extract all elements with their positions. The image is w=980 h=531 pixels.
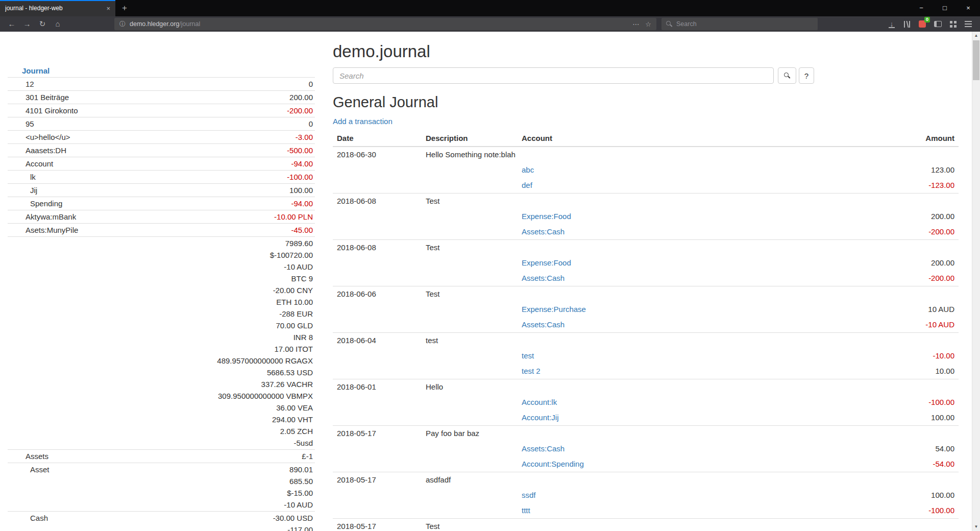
sidebar-account-link[interactable]: 95 bbox=[26, 119, 34, 128]
transaction-date: 2018-06-04 bbox=[333, 333, 422, 349]
add-transaction-link[interactable]: Add a transaction bbox=[333, 117, 393, 126]
sidebar-account-row: <u>hello</u>-3.00 bbox=[8, 131, 315, 144]
account-balance: -117.00 bbox=[138, 524, 313, 531]
posting-account-link[interactable]: Account:lk bbox=[522, 398, 557, 406]
transaction-date: 2018-06-06 bbox=[333, 286, 422, 302]
back-icon[interactable]: ← bbox=[4, 16, 19, 32]
sidebar-account-link[interactable]: Assets bbox=[26, 452, 48, 461]
column-header-description: Description bbox=[422, 131, 518, 147]
account-balance: 36.00 VEA bbox=[138, 402, 313, 414]
sidebar-account-link[interactable]: Jij bbox=[30, 186, 37, 195]
account-balance: 309.950000000000 VBMPX bbox=[138, 390, 313, 402]
sidebar: Journal 120301 Beiträge200.004101 Giroko… bbox=[8, 32, 315, 531]
transaction-description: Test bbox=[422, 194, 959, 209]
site-info-icon[interactable]: ⓘ bbox=[119, 20, 126, 29]
account-balance: -3.00 bbox=[138, 131, 313, 143]
page-actions-icon[interactable]: ⋯ bbox=[632, 20, 639, 28]
extension-icon[interactable]: 0 bbox=[915, 16, 930, 32]
posting-amount: 200.00 bbox=[846, 255, 959, 271]
posting-account-link[interactable]: abc bbox=[522, 165, 534, 174]
tab-close-icon[interactable]: × bbox=[106, 5, 110, 12]
transaction: 2018-05-17asdfadfssdf100.00tttt-100.00 bbox=[333, 472, 959, 519]
posting-account-link[interactable]: Expense:Food bbox=[522, 212, 571, 221]
scroll-down-icon[interactable]: ▼ bbox=[972, 523, 980, 531]
posting-amount: 10 AUD bbox=[846, 302, 959, 317]
journal-search-button[interactable] bbox=[778, 67, 796, 84]
menu-icon[interactable] bbox=[961, 16, 976, 32]
account-balance: -5usd bbox=[138, 437, 313, 449]
reload-icon[interactable]: ↻ bbox=[35, 16, 50, 32]
posting-account-link[interactable]: Account:Spending bbox=[522, 460, 584, 468]
posting-account-link[interactable]: ssdf bbox=[522, 491, 536, 499]
hamburger-glyph bbox=[965, 23, 972, 25]
window-maximize-button[interactable]: □ bbox=[933, 0, 957, 16]
transaction-description: Test bbox=[422, 519, 959, 531]
sidebar-account-link[interactable]: Asets:MunyPile bbox=[26, 226, 78, 234]
url-host: demo.hledger.org bbox=[130, 20, 179, 28]
sidebar-journal-link[interactable]: Journal bbox=[22, 66, 50, 75]
posting-account-link[interactable]: test 2 bbox=[522, 367, 541, 375]
posting-account-link[interactable]: Assets:Cash bbox=[522, 274, 565, 282]
posting-amount: 54.00 bbox=[846, 441, 959, 456]
bookmark-star-icon[interactable]: ☆ bbox=[645, 20, 651, 28]
transaction-description: asdfadf bbox=[422, 472, 959, 488]
sidebar-account-link[interactable]: Asset bbox=[30, 465, 50, 474]
posting-account-link[interactable]: Account:Jij bbox=[522, 413, 559, 422]
posting-account-link[interactable]: def bbox=[522, 181, 532, 189]
account-balance: 685.50 bbox=[138, 475, 313, 487]
posting-account-link[interactable]: Assets:Cash bbox=[522, 444, 565, 453]
posting-account-link[interactable]: Expense:Purchase bbox=[522, 305, 586, 313]
transaction-description: Pay foo bar baz bbox=[422, 426, 959, 442]
new-tab-button[interactable]: + bbox=[115, 0, 134, 16]
sidebar-account-link[interactable]: Account bbox=[26, 159, 53, 168]
sidebar-account-link[interactable]: Cash bbox=[30, 514, 48, 522]
posting-account-link[interactable]: Assets:Cash bbox=[522, 320, 565, 329]
posting-amount: -200.00 bbox=[846, 224, 959, 240]
sidebar-toggle-icon[interactable] bbox=[930, 16, 945, 32]
grid-icon[interactable] bbox=[945, 16, 961, 32]
forward-icon[interactable]: → bbox=[19, 16, 35, 32]
sidebar-account-link[interactable]: Aaasets:DH bbox=[26, 146, 66, 155]
transaction-description: Hello Something note:blah bbox=[422, 147, 959, 162]
transaction: 2018-05-17Pay foo bar bazAssets:Cash54.0… bbox=[333, 426, 959, 472]
scroll-up-icon[interactable]: ▲ bbox=[972, 32, 980, 40]
url-bar[interactable]: ⓘ demo.hledger.org/journal ⋯ ☆ bbox=[114, 18, 656, 30]
browser-tab[interactable]: journal - hledger-web × bbox=[0, 0, 115, 16]
sidebar-account-row: 7989.60$-100720.00-10 AUDBTC 9-20.00 CNY… bbox=[8, 237, 315, 450]
journal-search-input[interactable] bbox=[333, 67, 774, 84]
account-balance: -30.00 USD bbox=[138, 512, 313, 524]
account-balance: 7989.60 bbox=[138, 237, 313, 249]
sidebar-account-link[interactable]: 301 Beiträge bbox=[26, 93, 69, 102]
sidebar-account-link[interactable]: 4101 Girokonto bbox=[26, 106, 78, 115]
account-balance: -94.00 bbox=[138, 158, 313, 170]
posting-account-link[interactable]: test bbox=[522, 351, 534, 360]
toolbar-icons: ↓ 0 bbox=[884, 16, 976, 32]
help-button[interactable]: ? bbox=[799, 67, 814, 84]
sidebar-account-row: 950 bbox=[8, 117, 315, 131]
sidebar-account-link[interactable]: lk bbox=[30, 173, 36, 181]
tab-bar: journal - hledger-web × + − □ × bbox=[0, 0, 980, 16]
browser-window: journal - hledger-web × + − □ × ← → ↻ ⌂ … bbox=[0, 0, 980, 531]
account-balance: -10 AUD bbox=[138, 261, 313, 273]
library-icon[interactable] bbox=[899, 16, 915, 32]
posting-amount: 200.00 bbox=[846, 209, 959, 224]
sidebar-account-link[interactable]: <u>hello</u> bbox=[26, 133, 70, 141]
home-icon[interactable]: ⌂ bbox=[50, 16, 65, 32]
scrollbar-thumb[interactable] bbox=[973, 40, 979, 80]
browser-search-placeholder: Search bbox=[676, 20, 697, 28]
scrollbar[interactable]: ▲ ▼ bbox=[972, 32, 980, 531]
sidebar-account-row: 301 Beiträge200.00 bbox=[8, 91, 315, 104]
window-close-button[interactable]: × bbox=[957, 0, 980, 16]
journal-table: Date Description Account Amount 2018-06-… bbox=[333, 131, 959, 531]
sidebar-account-link[interactable]: Aktywa:mBank bbox=[26, 212, 76, 221]
posting-account-link[interactable]: Assets:Cash bbox=[522, 227, 565, 236]
posting-account-link[interactable]: tttt bbox=[522, 506, 530, 515]
sidebar-account-link[interactable]: 12 bbox=[26, 80, 34, 88]
downloads-icon[interactable]: ↓ bbox=[884, 16, 899, 32]
browser-search-field[interactable]: Search bbox=[662, 18, 818, 30]
sidebar-account-link[interactable]: Spending bbox=[30, 199, 62, 208]
posting-amount: 123.00 bbox=[846, 162, 959, 178]
window-minimize-button[interactable]: − bbox=[910, 0, 933, 16]
posting-account-link[interactable]: Expense:Food bbox=[522, 258, 571, 267]
account-balance: ETH 10.00 bbox=[138, 296, 313, 308]
